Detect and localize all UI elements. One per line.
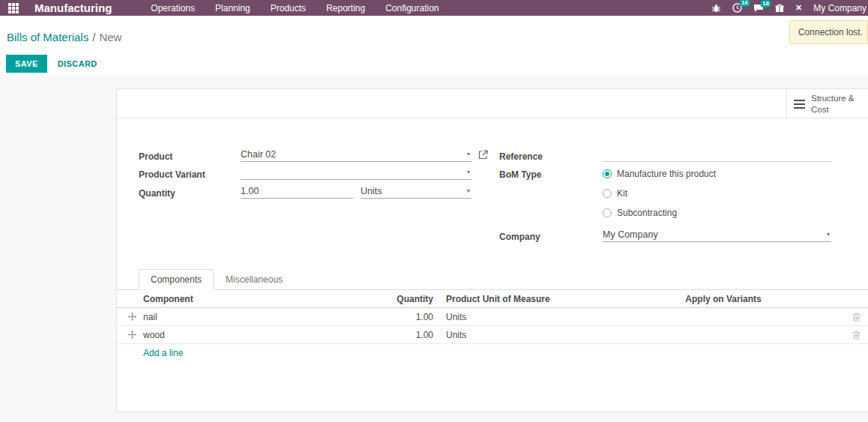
- header-component[interactable]: Component: [143, 294, 391, 304]
- bug-icon[interactable]: [711, 4, 721, 13]
- component-cell[interactable]: nail: [143, 312, 391, 322]
- top-navbar: Manufacturing Operations Planning Produc…: [0, 0, 868, 16]
- header-quantity[interactable]: Quantity: [391, 294, 433, 304]
- menu-operations[interactable]: Operations: [151, 3, 195, 13]
- add-a-line-link[interactable]: Add a line: [117, 344, 868, 362]
- close-icon[interactable]: ✕: [795, 3, 802, 13]
- discard-button[interactable]: DISCARD: [58, 59, 97, 68]
- quantity-cell[interactable]: 1.00: [391, 330, 433, 340]
- content-area: Structure & Cost Product Chair 02 ▾ Prod…: [0, 75, 868, 422]
- tab-miscellaneous[interactable]: Miscellaneous: [214, 269, 295, 290]
- radio-manufacture[interactable]: Manufacture this product: [603, 169, 716, 179]
- screen: Manufacturing Operations Planning Produc…: [0, 0, 868, 422]
- product-dropdown-caret[interactable]: ▾: [467, 151, 471, 157]
- bom-type-label: BoM Type: [499, 169, 541, 180]
- radio-kit-label: Kit: [617, 188, 627, 199]
- product-external-link-icon[interactable]: [478, 149, 488, 163]
- components-table: Component Quantity Product Unit of Measu…: [117, 290, 868, 362]
- radio-subcontracting-icon[interactable]: [603, 208, 612, 217]
- company-label: Company: [499, 232, 540, 242]
- nav-right: 16 18 ✕ My Company: [711, 3, 868, 13]
- radio-manufacture-icon[interactable]: [603, 169, 612, 178]
- delete-row-icon[interactable]: [836, 331, 861, 340]
- form-sheet: Structure & Cost Product Chair 02 ▾ Prod…: [116, 88, 868, 412]
- table-header-row: Component Quantity Product Unit of Measu…: [117, 290, 868, 308]
- breadcrumb-parent[interactable]: Bills of Materials: [7, 31, 88, 43]
- uom-cell[interactable]: Units: [446, 312, 611, 322]
- menu-configuration[interactable]: Configuration: [385, 3, 438, 13]
- radio-manufacture-label: Manufacture this product: [617, 169, 716, 179]
- messages-badge: 18: [760, 0, 771, 7]
- activities-clock-icon[interactable]: 16: [732, 3, 742, 13]
- uom-cell[interactable]: Units: [446, 330, 611, 340]
- drag-handle-icon[interactable]: [128, 313, 143, 321]
- activities-badge: 16: [739, 0, 750, 7]
- product-variant-dropdown-caret[interactable]: ▾: [467, 169, 471, 175]
- company-field[interactable]: My Company ▾: [603, 227, 831, 242]
- product-label: Product: [139, 151, 172, 162]
- sheet-top-strip: Structure & Cost: [117, 89, 868, 118]
- radio-kit-icon[interactable]: [603, 189, 612, 198]
- radio-subcontracting-label: Subcontracting: [617, 208, 677, 218]
- structure-cost-button[interactable]: Structure & Cost: [786, 89, 868, 118]
- connection-lost-toast: Connection lost.: [789, 20, 868, 44]
- apps-grid-icon: [8, 3, 19, 13]
- company-value: My Company: [603, 229, 658, 240]
- hamburger-icon: [794, 100, 805, 109]
- navbar-company[interactable]: My Company: [813, 3, 867, 13]
- breadcrumb-separator: /: [92, 31, 95, 43]
- save-button[interactable]: SAVE: [6, 55, 47, 73]
- messages-icon[interactable]: 18: [753, 4, 764, 13]
- tab-components[interactable]: Components: [139, 269, 214, 290]
- quantity-uom-field[interactable]: Units ▾: [361, 184, 471, 199]
- quantity-label: Quantity: [139, 188, 175, 199]
- quantity-value: 1.00: [241, 186, 259, 196]
- quantity-field[interactable]: 1.00: [241, 184, 353, 199]
- apps-menu-button[interactable]: [0, 3, 27, 13]
- app-title[interactable]: Manufacturing: [34, 1, 112, 14]
- company-dropdown-caret[interactable]: ▾: [827, 231, 831, 238]
- radio-kit[interactable]: Kit: [603, 188, 627, 199]
- radio-subcontracting[interactable]: Subcontracting: [603, 208, 677, 218]
- product-variant-label: Product Variant: [139, 169, 205, 180]
- menu-products[interactable]: Products: [271, 3, 306, 13]
- gift-icon[interactable]: [775, 4, 784, 13]
- control-panel-buttons: SAVE DISCARD: [6, 55, 97, 73]
- quantity-cell[interactable]: 1.00: [391, 312, 433, 322]
- table-row[interactable]: nail 1.00 Units: [117, 308, 868, 326]
- structure-cost-label: Structure & Cost: [811, 93, 861, 115]
- nav-menu: Operations Planning Products Reporting C…: [151, 3, 438, 13]
- table-row[interactable]: wood 1.00 Units: [117, 326, 868, 344]
- drag-handle-icon[interactable]: [128, 331, 143, 339]
- breadcrumb-current: New: [99, 31, 121, 43]
- header-uom[interactable]: Product Unit of Measure: [446, 294, 611, 304]
- product-variant-field[interactable]: ▾: [241, 165, 471, 180]
- reference-field[interactable]: [603, 147, 831, 162]
- header-apply-on-variants[interactable]: Apply on Variants: [611, 294, 836, 304]
- component-cell[interactable]: wood: [143, 330, 391, 340]
- quantity-uom-value: Units: [361, 186, 382, 196]
- reference-label: Reference: [499, 151, 543, 162]
- menu-planning[interactable]: Planning: [215, 3, 250, 13]
- menu-reporting[interactable]: Reporting: [326, 3, 365, 13]
- delete-row-icon[interactable]: [836, 313, 861, 322]
- breadcrumb: Bills of Materials/New: [7, 31, 121, 43]
- notebook-tabs: Components Miscellaneous: [117, 269, 868, 290]
- product-field[interactable]: Chair 02 ▾: [241, 147, 471, 162]
- quantity-uom-caret[interactable]: ▾: [467, 187, 471, 194]
- product-value: Chair 02: [241, 149, 276, 160]
